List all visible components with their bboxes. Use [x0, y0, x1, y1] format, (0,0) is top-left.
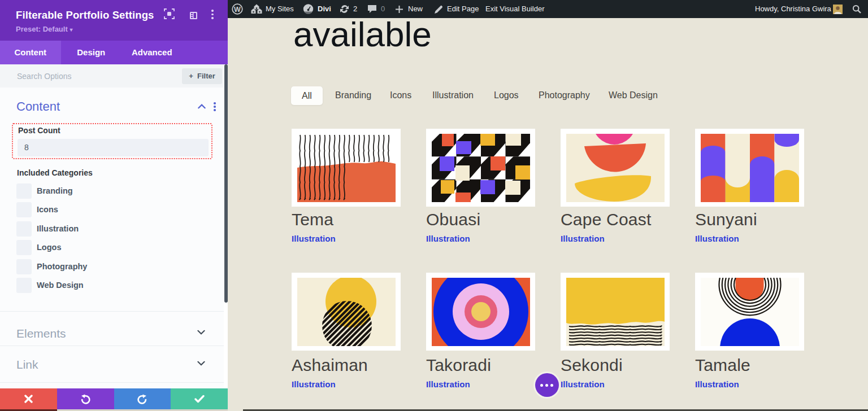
svg-text:W: W — [234, 6, 241, 14]
